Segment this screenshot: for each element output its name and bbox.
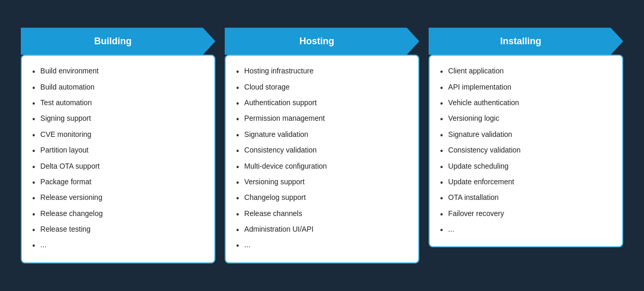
list-item-text: Update scheduling xyxy=(448,161,509,172)
list-item: •... xyxy=(236,238,408,254)
list-item-text: ... xyxy=(244,240,251,250)
list-item-text: Delta OTA support xyxy=(41,161,100,172)
bullet-icon: • xyxy=(236,193,239,204)
column-installing: Installing•Client application•API implem… xyxy=(429,28,623,247)
list-item-text: Versioning support xyxy=(244,177,305,187)
bullet-icon: • xyxy=(440,161,443,173)
list-item-text: Build automation xyxy=(41,82,95,93)
list-item: •OTA installation xyxy=(440,191,612,206)
bullet-icon: • xyxy=(236,130,239,141)
list-item-text: Changelog support xyxy=(244,193,306,203)
bullet-icon: • xyxy=(440,209,443,220)
list-item-text: Consistency validation xyxy=(244,145,317,156)
list-item: •Authentication support xyxy=(236,96,408,111)
list-item: •... xyxy=(32,238,204,254)
title-building: Building xyxy=(94,36,142,47)
list-item: •Package format xyxy=(32,175,204,191)
header-building: Building xyxy=(21,28,215,55)
bullet-icon: • xyxy=(440,145,443,157)
title-installing: Installing xyxy=(500,36,551,47)
list-item-text: Update enforcement xyxy=(448,177,514,187)
list-item: •Update enforcement xyxy=(440,175,612,191)
list-item-text: Test automation xyxy=(41,98,92,108)
bullet-icon: • xyxy=(32,66,35,78)
list-item: •Versioning support xyxy=(236,175,408,191)
list-item: •Changelog support xyxy=(236,191,408,206)
list-item: •Update scheduling xyxy=(440,159,612,175)
bullet-icon: • xyxy=(440,130,443,141)
list-item-text: ... xyxy=(448,224,455,235)
list-item-text: Cloud storage xyxy=(244,82,290,93)
list-item-text: Release versioning xyxy=(41,193,102,203)
list-item: •Client application xyxy=(440,64,612,80)
bullet-icon: • xyxy=(236,240,239,251)
list-item-text: Failover recovery xyxy=(448,209,504,219)
bullet-icon: • xyxy=(32,145,35,157)
list-item: •Permission management xyxy=(236,111,408,127)
list-item: •Release versioning xyxy=(32,191,204,206)
title-hosting: Hosting xyxy=(300,36,345,47)
bullet-icon: • xyxy=(32,240,35,251)
list-item: •Build environment xyxy=(32,64,204,80)
list-item-text: Release channels xyxy=(244,209,302,219)
bullet-icon: • xyxy=(32,177,35,188)
list-item-text: API implementation xyxy=(448,82,511,93)
list-item-text: Permission management xyxy=(244,113,325,124)
list-item-text: Release testing xyxy=(41,224,91,235)
list-item: •Hosting infrastructure xyxy=(236,64,408,80)
column-building: Building•Build environment•Build automat… xyxy=(21,28,215,263)
list-item: •Release changelog xyxy=(32,207,204,222)
list-building: •Build environment•Build automation•Test… xyxy=(32,64,204,254)
bullet-icon: • xyxy=(236,82,239,94)
list-item-text: CVE monitoring xyxy=(41,130,92,140)
bullet-icon: • xyxy=(236,209,239,220)
list-item: •Consistency validation xyxy=(236,143,408,159)
header-hosting: Hosting xyxy=(225,28,419,55)
list-item: •CVE monitoring xyxy=(32,128,204,143)
list-item-text: Authentication support xyxy=(244,98,317,108)
bullet-icon: • xyxy=(440,113,443,125)
list-item-text: Signature validation xyxy=(448,130,512,140)
list-item-text: Signing support xyxy=(41,113,91,124)
list-item: •Release testing xyxy=(32,222,204,238)
list-item-text: Package format xyxy=(41,177,92,187)
bullet-icon: • xyxy=(32,161,35,173)
bullet-icon: • xyxy=(440,82,443,94)
list-item-text: Multi-device configuration xyxy=(244,161,327,172)
list-item-text: Versioning logic xyxy=(448,113,499,124)
list-item-text: Consistency validation xyxy=(448,145,521,156)
bullet-icon: • xyxy=(32,209,35,220)
list-item: •Failover recovery xyxy=(440,207,612,222)
card-installing: •Client application•API implementation•V… xyxy=(429,55,623,247)
bullet-icon: • xyxy=(32,98,35,109)
card-building: •Build environment•Build automation•Test… xyxy=(21,55,215,263)
bullet-icon: • xyxy=(440,177,443,188)
list-item: •Consistency validation xyxy=(440,143,612,159)
list-item-text: Administration UI/API xyxy=(244,224,314,235)
list-item-text: OTA installation xyxy=(448,193,499,203)
bullet-icon: • xyxy=(440,66,443,78)
list-item: •Delta OTA support xyxy=(32,159,204,175)
list-item-text: ... xyxy=(41,240,47,250)
bullet-icon: • xyxy=(236,66,239,78)
bullet-icon: • xyxy=(236,145,239,157)
bullet-icon: • xyxy=(32,82,35,94)
bullet-icon: • xyxy=(32,113,35,125)
list-item: •Partition layout xyxy=(32,143,204,159)
card-hosting: •Hosting infrastructure•Cloud storage•Au… xyxy=(225,55,419,263)
bullet-icon: • xyxy=(236,113,239,125)
list-item: •Signing support xyxy=(32,111,204,127)
main-container: Building•Build environment•Build automat… xyxy=(0,12,644,279)
list-item: •Multi-device configuration xyxy=(236,159,408,175)
bullet-icon: • xyxy=(440,98,443,109)
list-installing: •Client application•API implementation•V… xyxy=(440,64,612,238)
bullet-icon: • xyxy=(32,193,35,204)
list-item-text: Vehicle authentication xyxy=(448,98,519,108)
header-installing: Installing xyxy=(429,28,623,55)
list-item: •Vehicle authentication xyxy=(440,96,612,111)
list-item: •Versioning logic xyxy=(440,111,612,127)
list-item: •Build automation xyxy=(32,80,204,96)
bullet-icon: • xyxy=(32,224,35,236)
list-item: •Administration UI/API xyxy=(236,222,408,238)
list-item-text: Hosting infrastructure xyxy=(244,66,314,77)
